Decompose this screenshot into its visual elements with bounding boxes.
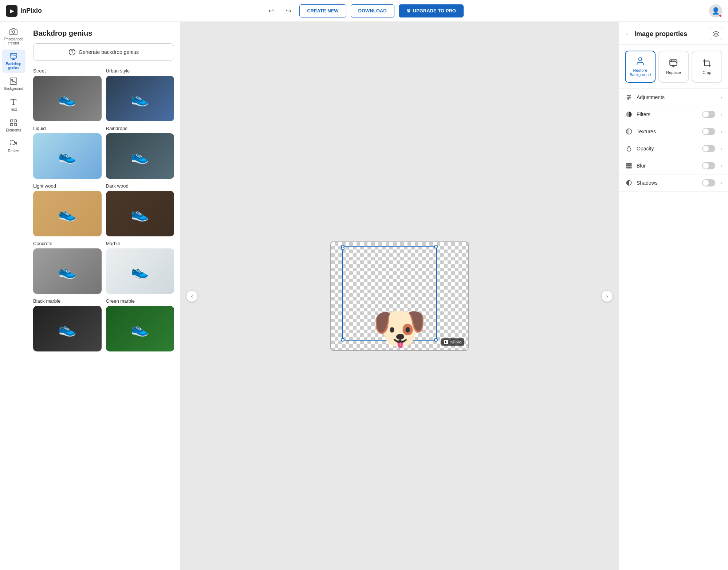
redo-button[interactable]: ↪ — [282, 4, 295, 17]
sidebar-item-backdrop[interactable]: Backdrop genius — [2, 50, 25, 73]
svg-point-4 — [12, 79, 13, 81]
svg-rect-26 — [629, 165, 630, 166]
svg-rect-5 — [11, 120, 13, 122]
thumb-inner-blackmarble: 👟 — [33, 306, 102, 351]
replace-label: Replace — [666, 70, 681, 75]
layers-icon — [713, 31, 719, 37]
svg-point-17 — [627, 95, 629, 96]
canvas-nav-right-button[interactable]: › — [601, 290, 613, 302]
svg-point-11 — [638, 58, 642, 61]
back-arrow-button[interactable]: ← — [625, 30, 631, 38]
backdrop-item-urban: Urban style 👟 — [106, 68, 174, 121]
sidebar-item-elements-label: Elements — [6, 128, 21, 132]
shadows-row[interactable]: Shadows › — [619, 174, 728, 192]
backdrop-thumb-blackmarble[interactable]: 👟 — [33, 306, 102, 351]
backdrop-thumb-lightwood[interactable]: 👟 — [33, 191, 102, 236]
image-actions: Restore Background Replace Crop — [619, 45, 728, 89]
restore-background-button[interactable]: Restore Background — [625, 51, 656, 83]
sidebar-item-elements[interactable]: Elements — [2, 116, 25, 135]
right-panel-header: ← Image properties — [619, 22, 728, 45]
camera-icon — [9, 28, 17, 36]
download-button[interactable]: DOWNLOAD — [351, 4, 394, 17]
opacity-row[interactable]: Opacity › — [619, 140, 728, 157]
svg-rect-22 — [626, 163, 627, 164]
blur-row[interactable]: Blur › — [619, 157, 728, 174]
panel-title: Backdrop genius — [33, 29, 174, 38]
backdrop-item-lightwood: Light wood 👟 — [33, 183, 102, 236]
backdrop-item-raindrops: Raindrops 👟 — [106, 126, 174, 179]
left-sidebar: Photoshoot creator Backdrop genius Backg… — [0, 22, 27, 570]
thumb-inner-urban: 👟 — [106, 76, 174, 121]
undo-button[interactable]: ↩ — [264, 4, 278, 17]
svg-rect-9 — [11, 141, 15, 145]
backdrop-thumb-liquid[interactable]: 👟 — [33, 133, 102, 179]
backdrop-label-marble: Marble — [106, 241, 174, 246]
svg-point-0 — [12, 31, 15, 33]
backdrop-icon — [9, 52, 17, 60]
dog-image: 🐶 — [370, 270, 429, 350]
shadows-toggle[interactable] — [702, 179, 715, 186]
sidebar-item-photoshoot-label: Photoshoot creator — [3, 37, 24, 45]
backdrop-label-raindrops: Raindrops — [106, 126, 174, 131]
backdrop-label-darkwood: Dark wood — [106, 183, 174, 189]
backdrop-thumb-marble[interactable]: 👟 — [106, 248, 174, 294]
textures-row[interactable]: Textures › — [619, 123, 728, 140]
backdrop-thumb-raindrops[interactable]: 👟 — [106, 133, 174, 179]
filters-row[interactable]: Filters › — [619, 106, 728, 123]
svg-point-18 — [629, 97, 630, 98]
sidebar-item-text[interactable]: Text — [2, 95, 25, 114]
backdrop-thumb-urban[interactable]: 👟 — [106, 76, 174, 121]
sidebar-item-resize[interactable]: Resize — [2, 137, 25, 156]
svg-point-1 — [12, 31, 12, 31]
user-avatar[interactable]: 👤 — [709, 4, 722, 17]
handle-top-right[interactable] — [434, 245, 438, 248]
blur-chevron: › — [720, 163, 722, 169]
backdrop-thumb-street[interactable]: 👟 — [33, 76, 102, 121]
backdrop-label-liquid: Liquid — [33, 126, 102, 131]
handle-bottom-left[interactable] — [341, 338, 345, 342]
backdrop-item-concrete: Concrete 👟 — [33, 241, 102, 294]
layers-button[interactable] — [710, 28, 722, 40]
filters-chevron: › — [720, 111, 722, 117]
sidebar-item-photoshoot[interactable]: Photoshoot creator — [2, 25, 25, 48]
svg-rect-30 — [630, 167, 631, 168]
textures-toggle[interactable] — [702, 128, 715, 135]
backdrop-label-concrete: Concrete — [33, 241, 102, 246]
header-center: ↩ ↪ CREATE NEW DOWNLOAD ♛ UPGRADE TO PRO — [57, 4, 671, 17]
generate-backdrop-button[interactable]: Generate backdrop genius — [33, 43, 174, 61]
generate-btn-label: Generate backdrop genius — [79, 49, 139, 55]
watermark-text: inPixio — [450, 340, 461, 344]
crop-button[interactable]: Crop — [692, 51, 722, 83]
logo: ▶ inPixio — [6, 5, 57, 17]
filters-label: Filters — [637, 111, 699, 117]
header-right: 👤 — [671, 4, 722, 17]
opacity-label: Opacity — [637, 146, 699, 152]
adjustments-label: Adjustments — [637, 94, 715, 100]
replace-button[interactable]: Replace — [658, 51, 689, 83]
upgrade-label: UPGRADE TO PRO — [413, 8, 456, 13]
svg-rect-27 — [630, 165, 631, 166]
avatar-notification-dot — [719, 14, 722, 17]
backdrop-thumb-concrete[interactable]: 👟 — [33, 248, 102, 294]
backdrop-grid: Street 👟 Urban style 👟 Liquid 👟 — [33, 68, 174, 351]
handle-bottom-right[interactable] — [434, 338, 438, 342]
backdrop-item-greenmarble: Green marble 👟 — [106, 298, 174, 351]
adjustments-row[interactable]: Adjustments › — [619, 89, 728, 106]
filters-toggle[interactable] — [702, 111, 715, 118]
canvas-nav-left-button[interactable]: ‹ — [186, 290, 198, 302]
backdrop-label-greenmarble: Green marble — [106, 298, 174, 304]
sidebar-item-background[interactable]: Background — [2, 74, 25, 94]
svg-rect-23 — [629, 163, 630, 164]
handle-rotate[interactable] — [341, 247, 345, 250]
create-new-button[interactable]: CREATE NEW — [299, 4, 346, 17]
crop-icon — [702, 59, 712, 68]
restore-background-icon — [635, 56, 645, 66]
replace-icon — [669, 59, 678, 68]
blur-toggle[interactable] — [702, 162, 715, 169]
watermark: ▶ inPixio — [441, 338, 464, 346]
upgrade-button[interactable]: ♛ UPGRADE TO PRO — [399, 4, 464, 17]
opacity-toggle[interactable] — [702, 145, 715, 152]
backdrop-thumb-greenmarble[interactable]: 👟 — [106, 306, 174, 351]
backdrop-thumb-darkwood[interactable]: 👟 — [106, 191, 174, 236]
svg-rect-12 — [670, 60, 677, 65]
